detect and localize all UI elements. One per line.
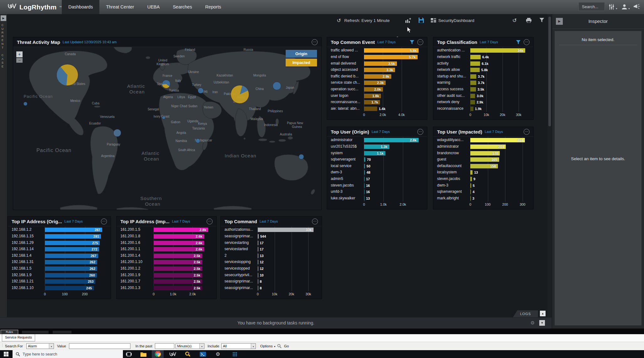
logs-panel-tab[interactable]: LOGS bbox=[513, 310, 538, 317]
nav-tab-ueba[interactable]: UEBA bbox=[141, 0, 166, 14]
bar[interactable] bbox=[364, 177, 365, 181]
bar[interactable] bbox=[364, 107, 377, 111]
widget-menu-button[interactable] bbox=[524, 129, 530, 135]
map-zoom-in-button[interactable]: + bbox=[16, 51, 23, 57]
bar[interactable] bbox=[470, 74, 476, 79]
bar[interactable] bbox=[364, 196, 365, 201]
filter-dashboard-icon[interactable] bbox=[539, 18, 544, 24]
bar[interactable] bbox=[364, 183, 365, 188]
bar[interactable] bbox=[470, 183, 471, 188]
background-window-tab[interactable]: Rules bbox=[1, 330, 18, 334]
bar[interactable] bbox=[470, 61, 480, 66]
bar[interactable] bbox=[364, 157, 365, 162]
map-marker[interactable] bbox=[24, 102, 27, 106]
nav-tab-searches[interactable]: Searches bbox=[166, 0, 198, 14]
bar[interactable] bbox=[258, 234, 259, 239]
nav-tab-threat-center[interactable]: Threat Center bbox=[99, 0, 140, 14]
bar[interactable] bbox=[258, 279, 258, 284]
options-dropdown[interactable]: Options ▼ bbox=[260, 344, 276, 348]
taskbar-search-box[interactable]: Type here to search bbox=[13, 350, 123, 358]
bar[interactable] bbox=[470, 100, 475, 104]
bar[interactable] bbox=[364, 164, 365, 168]
settings-gear-icon[interactable]: ⚙ bbox=[212, 350, 224, 358]
include-dropdown[interactable]: All bbox=[221, 343, 256, 349]
task-view-icon[interactable] bbox=[123, 350, 135, 358]
logrhythm-app-icon[interactable] bbox=[167, 350, 179, 358]
file-explorer-icon[interactable] bbox=[137, 350, 149, 358]
bar[interactable] bbox=[470, 55, 481, 59]
bar[interactable] bbox=[470, 190, 471, 194]
scrollbar-thumb[interactable] bbox=[548, 17, 551, 126]
widget-menu-button[interactable] bbox=[207, 218, 213, 224]
map-marker[interactable] bbox=[113, 129, 121, 137]
user-icon[interactable] bbox=[621, 4, 627, 11]
nav-tab-reports[interactable]: Reports bbox=[198, 0, 228, 14]
bar[interactable] bbox=[470, 87, 476, 92]
map-marker[interactable] bbox=[299, 154, 304, 159]
bar[interactable] bbox=[470, 170, 472, 175]
chrome-icon[interactable] bbox=[152, 350, 164, 358]
bar[interactable] bbox=[258, 266, 258, 271]
world-map[interactable]: Pacific OceanPacific OceanAtlanticOceanA… bbox=[13, 47, 321, 210]
inspector-collapse-button[interactable]: ▶ bbox=[556, 18, 563, 25]
tasks-collapse-button[interactable]: ▼ bbox=[539, 320, 545, 326]
undo-icon[interactable]: ↺ bbox=[512, 17, 517, 24]
settings-caret-icon[interactable] bbox=[615, 5, 618, 11]
bar[interactable] bbox=[470, 94, 475, 98]
dashboard-grid-icon[interactable] bbox=[431, 18, 436, 24]
legend-origin-button[interactable]: Origin bbox=[286, 50, 317, 58]
value-input[interactable] bbox=[69, 343, 130, 349]
bar[interactable] bbox=[258, 273, 258, 277]
map-marker[interactable] bbox=[198, 88, 203, 93]
map-marker[interactable] bbox=[162, 116, 165, 119]
print-icon[interactable] bbox=[526, 18, 531, 24]
widget-menu-button[interactable] bbox=[417, 129, 423, 135]
logs-expand-button[interactable]: ▲ bbox=[540, 311, 546, 316]
tasks-settings-gear-icon[interactable]: ⚙ bbox=[531, 320, 535, 326]
time-unit-dropdown[interactable]: Minute(s) bbox=[176, 343, 204, 349]
bar[interactable] bbox=[470, 68, 480, 72]
start-button[interactable] bbox=[4, 352, 9, 357]
refresh-interval-dropdown[interactable]: Refresh: Every 1 Minute bbox=[344, 18, 390, 23]
map-marker[interactable] bbox=[273, 82, 281, 90]
bar[interactable] bbox=[258, 254, 258, 258]
bar[interactable] bbox=[364, 190, 365, 194]
bar[interactable] bbox=[470, 177, 472, 181]
bar[interactable] bbox=[470, 196, 471, 201]
search-type-dropdown[interactable]: Alarm bbox=[26, 343, 54, 349]
widget-menu-button[interactable] bbox=[101, 218, 107, 224]
go-search-icon[interactable] bbox=[277, 344, 282, 350]
widget-menu-button[interactable] bbox=[524, 39, 530, 45]
bar[interactable] bbox=[364, 170, 365, 175]
go-button[interactable]: Go bbox=[284, 344, 289, 348]
settings-sliders-icon[interactable] bbox=[609, 4, 614, 11]
bar[interactable] bbox=[258, 247, 258, 251]
global-search-button[interactable]: Search... bbox=[578, 2, 605, 11]
megaphone-icon[interactable] bbox=[633, 4, 640, 11]
bar[interactable] bbox=[258, 286, 258, 290]
logrhythm-logo[interactable]: LogRhythm ™ bbox=[8, 0, 61, 14]
keepass-app-icon[interactable] bbox=[182, 350, 194, 358]
bar[interactable] bbox=[470, 81, 476, 85]
expand-case-panel-button[interactable]: ▶ bbox=[1, 15, 6, 21]
dashboard-name[interactable]: SecurityDashboard bbox=[438, 18, 474, 23]
map-marker[interactable] bbox=[196, 139, 200, 143]
widget-menu-button[interactable] bbox=[312, 218, 318, 224]
map-zoom-out-button[interactable]: − bbox=[16, 58, 23, 63]
app-grid-icon[interactable] bbox=[229, 350, 241, 358]
widget-menu-button[interactable] bbox=[417, 39, 423, 45]
add-widget-icon[interactable] bbox=[405, 18, 411, 24]
powershell-icon[interactable] bbox=[197, 350, 209, 358]
bar[interactable] bbox=[258, 260, 258, 264]
legend-impacted-button[interactable]: Impacted bbox=[286, 59, 317, 66]
widget-menu-button[interactable] bbox=[312, 39, 318, 45]
refresh-icon[interactable]: ↺ bbox=[337, 18, 341, 24]
nav-tab-dashboards[interactable]: Dashboards bbox=[62, 0, 99, 15]
filter-icon[interactable] bbox=[516, 40, 520, 44]
filter-icon[interactable] bbox=[410, 40, 414, 44]
save-dashboard-icon[interactable] bbox=[418, 17, 424, 24]
user-caret-icon[interactable] bbox=[628, 5, 630, 11]
service-requests-tab[interactable]: Service Requests bbox=[2, 334, 35, 341]
bar[interactable] bbox=[470, 107, 473, 111]
duration-input[interactable] bbox=[155, 343, 174, 349]
